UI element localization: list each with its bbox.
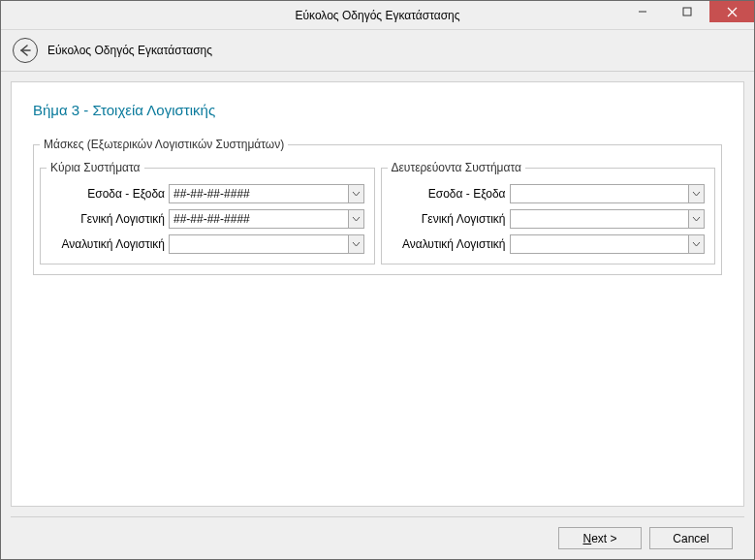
primary-general-accounting-label: Γενική Λογιστική (50, 212, 165, 226)
masks-fieldset: Μάσκες (Εξωτερικών Λογιστικών Συστημάτων… (33, 138, 722, 275)
primary-general-accounting-input[interactable] (169, 209, 348, 229)
secondary-analytical-accounting-input[interactable] (510, 234, 689, 254)
secondary-form: Εσοδα - Εξοδα Γενική Λογιστική (388, 180, 709, 256)
svg-rect-1 (683, 8, 691, 16)
minimize-button[interactable] (620, 1, 665, 22)
secondary-income-expense-combo[interactable] (510, 184, 706, 203)
secondary-general-accounting-label: Γενική Λογιστική (392, 212, 506, 226)
systems-row: Κύρια Συστήματα Εσοδα - Εξοδα Γενική Λογ… (40, 161, 715, 264)
chevron-down-icon[interactable] (348, 209, 364, 229)
secondary-systems-fieldset: Δευτερεύοντα Συστήματα Εσοδα - Εξοδα Γεν… (381, 161, 716, 264)
arrow-left-icon (18, 44, 32, 57)
chevron-down-icon[interactable] (688, 209, 705, 229)
primary-income-expense-combo[interactable] (169, 184, 364, 203)
step-title: Βήμα 3 - Στοιχεία Λογιστικής (33, 102, 722, 118)
back-button[interactable] (13, 38, 38, 63)
primary-form: Εσοδα - Εξοδα Γενική Λογιστική (47, 180, 368, 256)
secondary-analytical-accounting-label: Αναλυτική Λογιστική (392, 237, 506, 251)
secondary-analytical-accounting-combo[interactable] (510, 234, 706, 254)
content-area: Βήμα 3 - Στοιχεία Λογιστικής Μάσκες (Εξω… (1, 72, 754, 559)
primary-income-expense-label: Εσοδα - Εξοδα (50, 187, 165, 201)
wizard-window: Εύκολος Οδηγός Εγκατάστασης Εύκολος Οδηγ… (0, 0, 755, 560)
header-subtitle: Εύκολος Οδηγός Εγκατάστασης (47, 44, 212, 57)
primary-general-accounting-combo[interactable] (169, 209, 364, 229)
primary-analytical-accounting-input[interactable] (169, 234, 348, 254)
chevron-down-icon[interactable] (348, 234, 364, 254)
secondary-income-expense-input[interactable] (510, 184, 689, 203)
chevron-down-icon[interactable] (688, 184, 705, 203)
primary-systems-fieldset: Κύρια Συστήματα Εσοδα - Εξοδα Γενική Λογ… (40, 161, 375, 264)
primary-systems-legend: Κύρια Συστήματα (47, 161, 144, 174)
next-button[interactable]: Next > (558, 527, 642, 549)
window-controls (620, 1, 754, 29)
secondary-general-accounting-combo[interactable] (510, 209, 706, 229)
primary-analytical-accounting-label: Αναλυτική Λογιστική (50, 237, 165, 251)
secondary-general-accounting-input[interactable] (510, 209, 689, 229)
wizard-footer: Next > Cancel (11, 516, 744, 559)
cancel-button[interactable]: Cancel (649, 527, 733, 549)
primary-analytical-accounting-combo[interactable] (169, 234, 364, 254)
maximize-button[interactable] (665, 1, 709, 22)
titlebar: Εύκολος Οδηγός Εγκατάστασης (1, 1, 754, 30)
primary-income-expense-input[interactable] (169, 184, 348, 203)
close-button[interactable] (709, 1, 754, 22)
secondary-systems-legend: Δευτερεύοντα Συστήματα (388, 161, 525, 174)
wizard-page: Βήμα 3 - Στοιχεία Λογιστικής Μάσκες (Εξω… (11, 81, 744, 507)
masks-legend: Μάσκες (Εξωτερικών Λογιστικών Συστημάτων… (40, 138, 288, 151)
header-strip: Εύκολος Οδηγός Εγκατάστασης (1, 30, 754, 72)
secondary-income-expense-label: Εσοδα - Εξοδα (392, 187, 506, 201)
chevron-down-icon[interactable] (348, 184, 364, 203)
chevron-down-icon[interactable] (688, 234, 705, 254)
